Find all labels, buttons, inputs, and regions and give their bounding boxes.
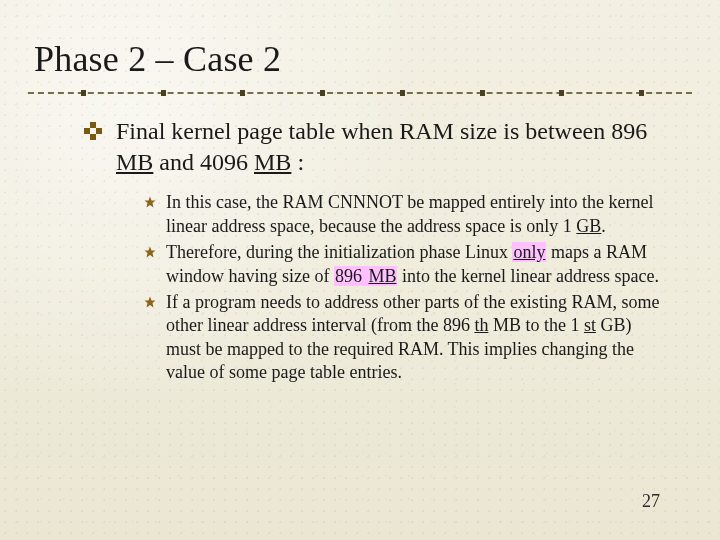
sub-text-post: .	[601, 216, 606, 236]
sub-text-th: th	[474, 315, 488, 335]
main-bullet-item: Final kernel page table when RAM size is…	[84, 116, 670, 177]
svg-marker-2	[145, 297, 156, 308]
divider	[28, 90, 692, 96]
main-text-mb1: MB	[116, 149, 153, 175]
highlight-896: 896	[334, 266, 368, 286]
page-title: Phase 2 – Case 2	[34, 38, 281, 80]
sub-text-mid1: MB to the 1	[488, 315, 584, 335]
star-bullet-icon	[144, 246, 156, 258]
highlight-only: only	[512, 242, 546, 262]
main-text-after: :	[291, 149, 304, 175]
svg-marker-1	[145, 247, 156, 258]
main-text-mid: and 4096	[153, 149, 254, 175]
slide-body: Final kernel page table when RAM size is…	[84, 116, 670, 388]
list-item: Therefore, during the initialization pha…	[144, 241, 670, 288]
sub-text-pre: Therefore, during the initialization pha…	[166, 242, 512, 262]
star-bullet-icon	[144, 196, 156, 208]
highlight-mb: MB	[367, 266, 397, 286]
sub-text-st: st	[584, 315, 596, 335]
sub-list: In this case, the RAM CNNNOT be mapped e…	[144, 191, 670, 384]
svg-marker-0	[145, 197, 156, 208]
sub-text-gb: GB	[576, 216, 601, 236]
list-item: If a program needs to address other part…	[144, 291, 670, 385]
main-text-mb2: MB	[254, 149, 291, 175]
diamond-bullet-icon	[84, 122, 102, 140]
slide: Phase 2 – Case 2 Final kernel page table…	[0, 0, 720, 540]
list-item: In this case, the RAM CNNNOT be mapped e…	[144, 191, 670, 238]
sub-text-post: into the kernel linear address space.	[397, 266, 658, 286]
main-text-part: Final kernel page table when RAM size is…	[116, 118, 647, 144]
page-number: 27	[642, 491, 660, 512]
star-bullet-icon	[144, 296, 156, 308]
